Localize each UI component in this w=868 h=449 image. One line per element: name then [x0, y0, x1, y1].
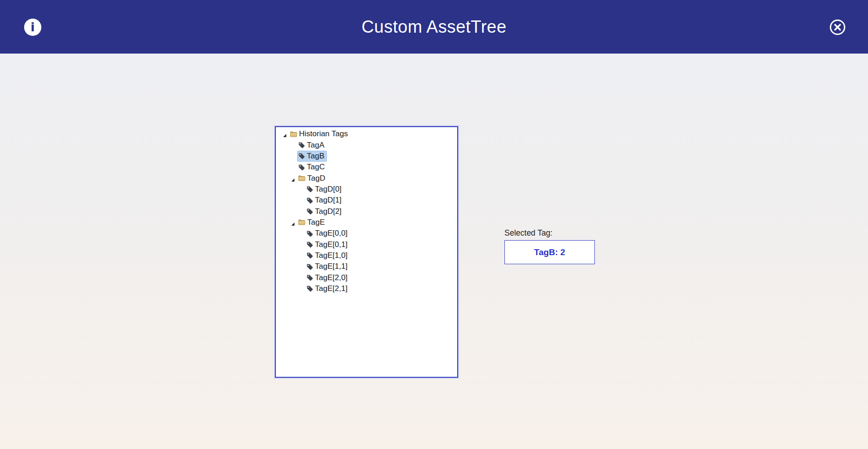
tree-node-tage-0-0[interactable]: TagE[0,0] — [276, 228, 457, 239]
tree-node-label: TagE[2,1] — [315, 284, 348, 293]
tree-node-content[interactable]: TagD[1] — [306, 195, 344, 205]
info-icon: i — [30, 21, 35, 33]
tree-node-tage[interactable]: TagE — [276, 217, 457, 228]
tag-icon — [306, 186, 313, 192]
selected-tag-box: TagB: 2 — [504, 240, 595, 264]
tree-node-label: TagA — [307, 141, 324, 150]
tag-icon — [306, 252, 313, 259]
tree-node-content[interactable]: TagD[0] — [306, 184, 344, 194]
header-bar: Custom AssetTree i — [0, 0, 868, 54]
tag-icon — [306, 208, 313, 215]
tree-node-content[interactable]: TagE[0,1] — [306, 240, 349, 250]
tree-node-tagd[interactable]: TagD — [276, 173, 457, 183]
tree-node-content[interactable]: TagB — [298, 151, 326, 161]
tag-icon — [306, 197, 313, 204]
expander-spacer — [291, 153, 298, 159]
tree-node-content[interactable]: TagE[0,0] — [306, 228, 349, 238]
expander-spacer — [299, 263, 306, 270]
tree-node-tagd-2[interactable]: TagD[2] — [276, 206, 457, 217]
tree-node-content[interactable]: TagD — [298, 173, 327, 183]
tree-node-tage-2-0[interactable]: TagE[2,0] — [276, 272, 457, 283]
tree-node-content[interactable]: TagA — [298, 140, 326, 150]
folder-icon — [298, 175, 305, 181]
tag-icon — [298, 164, 305, 171]
selected-tag-label: Selected Tag: — [504, 228, 553, 238]
tree-node-historian-tags[interactable]: Historian Tags — [276, 128, 457, 139]
tree-node-tagd-1[interactable]: TagD[1] — [276, 195, 457, 206]
tree-node-label: TagD — [307, 174, 325, 183]
expander-spacer — [291, 164, 298, 170]
tree-node-content[interactable]: TagD[2] — [306, 207, 344, 217]
tree-node-content[interactable]: TagE[1,0] — [306, 251, 349, 261]
tree-node-tage-0-1[interactable]: TagE[0,1] — [276, 239, 457, 250]
tree-node-content[interactable]: TagE[2,1] — [306, 284, 349, 294]
expander-spacer — [299, 197, 306, 203]
tree-node-tage-1-0[interactable]: TagE[1,0] — [276, 250, 457, 261]
expander-icon[interactable] — [283, 131, 289, 137]
expander-spacer — [299, 252, 306, 259]
close-button[interactable] — [829, 19, 846, 36]
tree-node-content[interactable]: TagE[2,0] — [306, 273, 349, 283]
tree-node-label: TagE[2,0] — [315, 273, 348, 282]
asset-tree-panel: Historian Tags TagA TagB TagC TagD TagD[… — [275, 126, 458, 378]
expander-spacer — [299, 208, 306, 215]
tag-icon — [298, 142, 305, 148]
tree-node-content[interactable]: Historian Tags — [289, 129, 349, 139]
tag-icon — [306, 241, 313, 248]
tree-node-tagb[interactable]: TagB — [276, 151, 457, 162]
expander-spacer — [299, 286, 306, 292]
expander-spacer — [299, 275, 306, 281]
tree-node-content[interactable]: TagE[1,1] — [306, 262, 349, 271]
expander-spacer — [291, 142, 298, 148]
tree-node-label: TagC — [307, 163, 325, 172]
tree-node-label: TagD[2] — [315, 207, 342, 216]
expander-spacer — [299, 242, 306, 248]
expander-spacer — [299, 230, 306, 237]
tree-node-label: Historian Tags — [299, 129, 348, 138]
page-title: Custom AssetTree — [0, 0, 868, 54]
close-icon — [829, 19, 846, 36]
tag-icon — [306, 274, 313, 281]
tag-icon — [306, 230, 313, 237]
tree-node-tagc[interactable]: TagC — [276, 162, 457, 173]
tree-node-tage-1-1[interactable]: TagE[1,1] — [276, 261, 457, 272]
expander-icon[interactable] — [291, 175, 298, 182]
tree-node-label: TagE[1,1] — [315, 262, 348, 271]
info-button[interactable]: i — [24, 19, 41, 36]
tree-node-label: TagE[1,0] — [315, 251, 348, 260]
tree-node-tagd-0[interactable]: TagD[0] — [276, 184, 457, 195]
tree-node-content[interactable]: TagC — [298, 162, 327, 172]
expander-spacer — [299, 186, 306, 192]
tree-node-content[interactable]: TagE — [298, 217, 327, 227]
tree-node-label: TagD[1] — [315, 196, 342, 205]
tree-node-label: TagE[0,0] — [315, 229, 348, 238]
folder-icon — [290, 131, 297, 137]
tag-icon — [298, 153, 305, 159]
selected-tag-value: TagB: 2 — [534, 247, 565, 257]
tree-node-label: TagE[0,1] — [315, 240, 348, 249]
tag-icon — [306, 263, 313, 270]
tree-node-label: TagB — [307, 152, 324, 161]
tree-node-taga[interactable]: TagA — [276, 139, 457, 150]
tree-node-label: TagE — [307, 218, 325, 227]
tree-node-label: TagD[0] — [315, 185, 342, 194]
tag-icon — [306, 285, 313, 292]
expander-icon[interactable] — [291, 219, 298, 226]
folder-icon — [298, 219, 305, 225]
tree-node-tage-2-1[interactable]: TagE[2,1] — [276, 283, 457, 294]
